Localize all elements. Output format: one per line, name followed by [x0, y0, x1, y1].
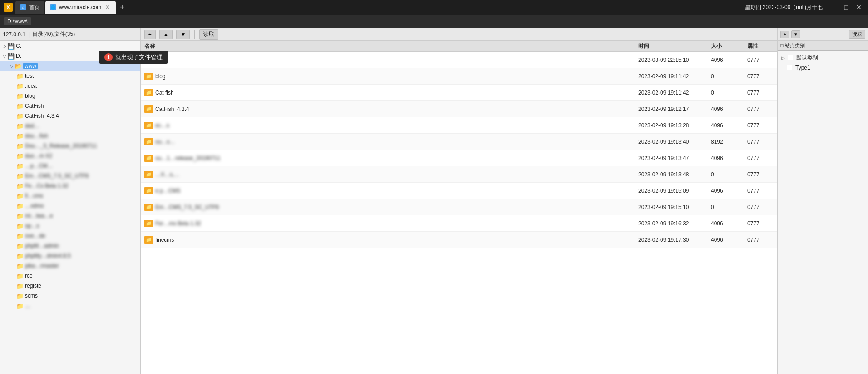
file-row[interactable]: 📁 finecms 2023-02-09 19:17:30 4096 0777 [141, 232, 777, 248]
folder-icon-ded: 📁 [16, 123, 24, 129]
file-folder-icon: 📁 [144, 73, 153, 80]
toolbar-plus-button[interactable]: ± [144, 30, 156, 39]
folder-icon-pikachu: 📁 [16, 263, 24, 269]
tree-item-ded[interactable]: 📁 ded… [0, 121, 140, 131]
tree-label-opss: op…s [25, 223, 39, 229]
app-logo: X [4, 3, 13, 12]
main-container: 127.0.0.1 | 目录(40),文件(35) ▷ 💾 C: ▽ 💾 D: … [0, 28, 868, 374]
site-item-type1[interactable]: Type1 [780, 63, 865, 73]
right-read-button[interactable]: 读取 [849, 30, 865, 39]
folder-icon-opss: 📁 [16, 223, 24, 229]
folder-icon-xdemo: 📁 [16, 203, 24, 209]
file-row-attr: 0777 [745, 122, 777, 129]
file-row[interactable]: 📁 Cat fish 2023-02-09 19:11:42 0 0777 [141, 85, 777, 101]
file-table-header: 名称 时间 大小 属性 [141, 41, 777, 52]
tree-label-duom: duo…m X2 [25, 153, 52, 159]
file-row[interactable]: 📁 CatFish_4.3.4 2023-02-09 19:12:17 4096… [141, 101, 777, 117]
file-row-time: 2023-02-09 19:13:28 [636, 122, 709, 129]
tree-item-opss[interactable]: 📁 op…s [0, 221, 140, 231]
file-folder-icon: 📁 [144, 155, 153, 162]
window-controls: — □ ✕ [828, 2, 864, 13]
file-row-size: 0 [709, 204, 745, 210]
file-row[interactable]: 📁 blog 2023-02-09 19:11:42 0 0777 [141, 68, 777, 85]
folder-icon-duom: 📁 [16, 153, 24, 159]
tree-item-registe[interactable]: 📁 registe [0, 281, 140, 291]
file-row-size: 4096 [709, 155, 745, 161]
tree-label-registe: registe [25, 283, 41, 289]
tree-item-more[interactable]: 📁 … [0, 301, 140, 311]
tree-item-c[interactable]: ▷ 💾 C: [0, 41, 140, 51]
tree-item-pikachu[interactable]: 📁 pika…rmaster [0, 261, 140, 271]
file-row[interactable]: 📁 ou…s… 2023-02-09 19:13:40 8192 0777 [141, 134, 777, 150]
tree-item-xdemo[interactable]: 📁 …xdmo [0, 201, 140, 211]
tree-item-rce[interactable]: 📁 rce [0, 271, 140, 281]
drive-icon-d: 💾 [7, 53, 15, 60]
site-checkbox-default[interactable] [788, 55, 793, 60]
file-row[interactable]: 📁 ec…s 2023-02-09 19:13:28 4096 0777 [141, 117, 777, 134]
tab-miracle[interactable]: 🌐 www.miracle.com ✕ [45, 1, 116, 14]
folder-icon-override: 📁 [16, 233, 24, 239]
site-item-default[interactable]: ▷ 默认类别 [780, 53, 865, 63]
folder-icon-more: 📁 [16, 303, 24, 309]
toolbar-down-button[interactable]: ▼ [176, 30, 190, 39]
file-row-size: 4096 [709, 122, 745, 129]
tree-label-idea: .idea [25, 83, 37, 89]
minimize-button[interactable]: — [828, 2, 839, 13]
file-folder-icon: 📁 [144, 187, 153, 194]
site-label-type1: Type1 [795, 65, 810, 71]
tab-close-button[interactable]: ✕ [104, 4, 111, 11]
tree-label-doufish: dou…fish [25, 133, 48, 139]
file-list: 📁 .idea 2023-03-09 22:15:10 4096 0777 📁 … [141, 52, 777, 374]
tab-home[interactable]: ⌂ 首页 [15, 1, 44, 14]
close-button[interactable]: ✕ [853, 2, 864, 13]
tree-item-override[interactable]: 📁 ove…de [0, 231, 140, 241]
tree-item-duom[interactable]: 📁 duo…m X2 [0, 151, 140, 161]
file-row-size: 0 [709, 171, 745, 178]
address-path[interactable]: D:\www\ [4, 17, 31, 25]
tree-label-empcms: Em…CMS_7.5_SC_UTF8 [25, 173, 89, 179]
tree-item-catfish[interactable]: 📁 CatFish [0, 101, 140, 111]
tree-item-blog[interactable]: 📁 blog [0, 91, 140, 101]
file-name-label: ou…1…release_20190711 [155, 155, 220, 161]
file-row-time: 2023-02-09 19:13:47 [636, 155, 709, 161]
tree-item-idea[interactable]: 📁 .idea [0, 81, 140, 91]
tree-item-middleware[interactable]: 📁 mi…lwa…e [0, 211, 140, 221]
file-row-size: 4096 [709, 220, 745, 227]
tree-item-finecms[interactable]: 📁 fi…cms [0, 191, 140, 201]
tree-item-phpmyadmin485[interactable]: 📁 phpMy…dmin4.8.5 [0, 251, 140, 261]
file-row-name: 📁 CatFish_4.3.4 [141, 105, 636, 113]
folder-icon-www: 📂 [15, 63, 22, 69]
file-row[interactable]: 📁 .idea 2023-03-09 22:15:10 4096 0777 [141, 52, 777, 68]
tree-item-test[interactable]: 📁 test [0, 71, 140, 81]
tree-item-scms[interactable]: 📁 scms [0, 291, 140, 301]
file-name-label: ou…s… [155, 139, 175, 145]
right-plus-button[interactable]: ± [780, 31, 789, 38]
file-row[interactable]: 📁 ou…1…release_20190711 2023-02-09 19:13… [141, 150, 777, 166]
right-header-label: □ 站点类别 [780, 42, 805, 49]
file-row[interactable]: 📁 …X…s,… 2023-02-09 19:13:48 0 0777 [141, 166, 777, 183]
file-row[interactable]: 📁 e p…CMS 2023-02-09 19:15:09 4096 0777 [141, 183, 777, 199]
new-tab-button[interactable]: + [117, 2, 128, 13]
toolbar-up-button[interactable]: ▲ [159, 30, 173, 39]
tree-item-empcms[interactable]: 📁 Em…CMS_7.5_SC_UTF8 [0, 171, 140, 181]
right-dropdown-button[interactable]: ▾ [791, 30, 800, 38]
site-checkbox-type1[interactable] [787, 65, 792, 70]
tree-item-dou5[interactable]: 📁 Dou…_5_Release_20190711 [0, 141, 140, 151]
folder-icon-phpmyadmin485: 📁 [16, 253, 24, 259]
tab-group: ⌂ 首页 🌐 www.miracle.com ✕ + [15, 1, 742, 14]
read-mode-button[interactable]: 读取 [199, 29, 218, 40]
tree-item-phpmyadmin[interactable]: 📁 phpM…admin [0, 241, 140, 251]
tree-item-catfish434[interactable]: 📁 CatFish_4.3.4 [0, 111, 140, 121]
file-folder-icon: 📁 [144, 89, 153, 96]
restore-button[interactable]: □ [841, 2, 852, 13]
file-row[interactable]: 📁 Em…CMS_7.5_SC_UTF8 2023-02-09 19:15:10… [141, 199, 777, 215]
file-name-label: e p…CMS [155, 188, 180, 194]
file-row[interactable]: 📁 Fer…ms Beta 1.32 2023-02-09 19:16:32 4… [141, 215, 777, 232]
file-row-size: 4096 [709, 106, 745, 112]
folder-icon-registe: 📁 [16, 283, 24, 289]
file-row-size: 0 [709, 73, 745, 80]
file-row-name: 📁 finecms [141, 236, 636, 244]
tree-item-fercms[interactable]: 📁 Fe…Cs Beta 1.32 [0, 181, 140, 191]
tree-item-doufish[interactable]: 📁 dou…fish [0, 131, 140, 141]
tree-item-emp[interactable]: 📁 …p…CM… [0, 161, 140, 171]
